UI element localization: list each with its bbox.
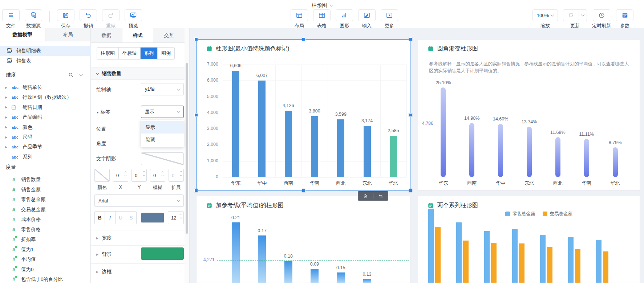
layout-button[interactable]: 布局	[291, 9, 308, 29]
expander-icon: ▶	[96, 237, 98, 240]
measure-item[interactable]: #零售价格	[0, 225, 91, 234]
tab-style[interactable]: 样式	[122, 28, 153, 42]
dimension-item[interactable]: ▶abc销售单位	[0, 83, 91, 92]
subtab-axis[interactable]: 坐标轴	[118, 48, 140, 59]
chart-widget-two-series-bar[interactable]: 两个系列柱形图 零售总金额交易总金额	[418, 196, 640, 283]
tab-data[interactable]: 数据	[91, 28, 122, 42]
measure-item[interactable]: #销售金额	[0, 185, 91, 194]
measure-item[interactable]: #交易总金额	[0, 205, 91, 214]
delete-widget-button[interactable]	[362, 193, 368, 199]
table-button[interactable]: 表格	[313, 9, 331, 29]
chevron-down-icon[interactable]	[80, 73, 83, 76]
panel-scrollbar[interactable]	[185, 28, 190, 283]
font-color-swatch[interactable]	[141, 213, 164, 223]
swap-widget-button[interactable]	[378, 193, 384, 199]
draw-axis-select[interactable]: y1轴	[141, 83, 184, 95]
scrollbar-thumb[interactable]	[186, 63, 188, 234]
bar	[284, 261, 292, 283]
underline-button[interactable]: U	[116, 211, 126, 224]
measure-item[interactable]: #平均值	[0, 255, 91, 264]
params-button[interactable]: x= 参数	[616, 9, 633, 29]
background-color-swatch[interactable]	[141, 247, 184, 260]
expander-icon[interactable]: ▶	[5, 136, 7, 139]
more-button[interactable]: 更多	[381, 9, 398, 29]
dimension-item[interactable]: ▶abc颜色	[0, 123, 91, 132]
timed-refresh-button[interactable]: 定时刷新	[592, 9, 611, 29]
dimension-item[interactable]: ▶销售日期	[0, 103, 91, 112]
measure-item[interactable]: #销售数量	[0, 175, 91, 184]
measure-item[interactable]: #成本价格	[0, 215, 91, 224]
background-collapse-row[interactable]: ▶ 背景	[96, 251, 112, 258]
italic-button[interactable]: I	[105, 211, 116, 224]
expander-icon[interactable]: ▶	[5, 86, 7, 89]
expander-icon[interactable]: ▶	[5, 126, 7, 129]
update-dropdown-arrow[interactable]	[579, 9, 587, 21]
expander-icon[interactable]: ▶	[5, 106, 7, 109]
shadow-color-picker[interactable]	[94, 169, 110, 182]
subtab-legend[interactable]: 图例	[157, 48, 174, 59]
zoom-control[interactable]: 100% 缩放	[532, 9, 558, 29]
font-size-stepper[interactable]: 12	[168, 211, 184, 224]
redo-button[interactable]: 重做	[102, 9, 120, 29]
file-button[interactable]: 文件	[2, 9, 20, 29]
text-shadow-color-picker[interactable]	[141, 152, 184, 165]
selection-handle-e[interactable]	[409, 113, 412, 117]
selection-handle-s[interactable]	[302, 189, 305, 192]
datasource-button[interactable]: 数据源	[25, 9, 42, 29]
selection-handle-n[interactable]	[302, 37, 305, 41]
zoom-select[interactable]: 100%	[532, 9, 558, 21]
border-collapse-row[interactable]: ▶ 边框	[96, 268, 112, 275]
table-item-sales-detail[interactable]: 销售明细表	[0, 46, 91, 56]
dimension-item[interactable]: ▶abc产品编码	[0, 112, 91, 122]
table-item-sales[interactable]: 销售表	[0, 56, 91, 66]
font-family-select[interactable]: Arial	[94, 194, 184, 207]
shadow-y-stepper[interactable]: 0	[131, 169, 147, 182]
series-section-header[interactable]: 销售数量	[91, 67, 185, 80]
dropdown-option-show[interactable]: 显示	[141, 121, 184, 134]
dimension-item[interactable]: ▶abc产品季节	[0, 142, 91, 152]
expander-icon[interactable]: ▶	[5, 96, 7, 99]
chart-widget-rounded-gradient-bar[interactable]: 圆角渐变柱形图 参考线解释：显示的是各大区的实际销售情况，参考线显示的是销售计划…	[418, 39, 640, 190]
document-title[interactable]: 柱形图	[312, 2, 333, 9]
expander-icon[interactable]: ▶	[5, 116, 7, 119]
update-button[interactable]: 更新	[563, 9, 587, 29]
tab-interaction[interactable]: 交互	[153, 28, 185, 42]
tab-layout[interactable]: 布局	[45, 28, 91, 41]
dimension-item[interactable]: ▶abc行政区划（数据级次）	[0, 93, 91, 102]
measure-item[interactable]: #折扣率	[0, 235, 91, 244]
measure-item[interactable]: #包含低于0的百分比	[0, 275, 91, 283]
search-icon[interactable]	[68, 72, 74, 78]
measure-item[interactable]: #值为0	[0, 265, 91, 274]
expander-icon[interactable]: ▶	[5, 145, 7, 149]
input-button[interactable]: 输入	[358, 9, 376, 29]
selection-handle-se[interactable]	[409, 189, 412, 192]
dimension-item[interactable]: ▶abc尺码	[0, 132, 91, 142]
selection-handle-w[interactable]	[194, 113, 198, 117]
chart-widget-min-highlight-bar[interactable]: 柱形图(最小值特殊颜色标记) 01,0002,0003,0004,0005,00…	[196, 39, 410, 190]
chart-button[interactable]: 图形	[336, 9, 353, 29]
chart-widget-reference-line-bar[interactable]: 加参考线(平均值)的柱形图 0.210.170.180.090.150.134,…	[196, 196, 410, 283]
preview-button[interactable]: 预览	[125, 9, 142, 29]
shadow-blur-stepper[interactable]: 0	[150, 169, 165, 182]
dropdown-option-hide[interactable]: 隐藏	[141, 134, 184, 146]
subtab-bar-chart[interactable]: 柱形图	[97, 48, 118, 59]
bold-button[interactable]: B	[94, 211, 105, 224]
selection-handle-ne[interactable]	[409, 37, 412, 41]
shadow-spread-stepper[interactable]: 0	[169, 169, 184, 182]
dimension-item[interactable]: abc系列	[0, 152, 91, 162]
subtab-series[interactable]: 系列	[140, 48, 157, 59]
refresh-icon[interactable]	[563, 9, 579, 21]
tab-data-model[interactable]: 数据模型	[0, 28, 45, 41]
measure-item[interactable]: #值为1	[0, 245, 91, 254]
undo-button[interactable]: 撤销	[80, 9, 97, 29]
sidebar-tabs: 数据模型 布局	[0, 28, 90, 41]
dashboard-canvas[interactable]: 柱形图(最小值特殊颜色标记) 01,0002,0003,0004,0005,00…	[190, 28, 644, 283]
selection-handle-nw[interactable]	[194, 37, 198, 41]
label-visibility-select[interactable]: 显示	[141, 106, 184, 118]
measure-item[interactable]: #零售总金额	[0, 195, 91, 204]
save-button[interactable]: 保存	[57, 9, 74, 29]
strikethrough-button[interactable]: S	[126, 211, 137, 224]
shadow-x-stepper[interactable]: 0	[113, 169, 128, 182]
selection-handle-sw[interactable]	[194, 189, 198, 192]
width-collapse-row[interactable]: ▶ 宽度	[96, 235, 112, 241]
